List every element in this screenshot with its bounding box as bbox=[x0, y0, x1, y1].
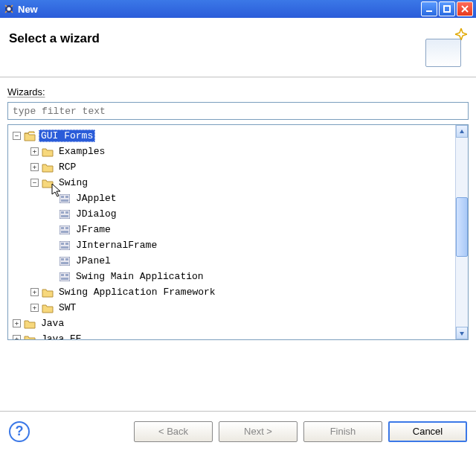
tree-label[interactable]: JDialog bbox=[74, 208, 119, 220]
scroll-track[interactable] bbox=[456, 138, 468, 327]
svg-rect-28 bbox=[65, 274, 68, 276]
svg-rect-29 bbox=[61, 278, 68, 280]
form-icon bbox=[59, 209, 71, 220]
tree-item-jinternalframe: JInternalFrame bbox=[10, 237, 454, 253]
svg-rect-18 bbox=[60, 241, 70, 250]
titlebar[interactable]: New bbox=[0, 0, 476, 18]
svg-rect-25 bbox=[61, 262, 68, 264]
wizard-content: Wizards: − GUI Forms + Examples + bbox=[0, 77, 476, 411]
folder-icon bbox=[42, 287, 54, 298]
svg-rect-23 bbox=[61, 258, 64, 260]
svg-rect-20 bbox=[65, 243, 68, 245]
svg-rect-11 bbox=[61, 211, 64, 214]
svg-rect-19 bbox=[61, 243, 64, 245]
finish-button[interactable]: Finish bbox=[303, 421, 382, 442]
form-icon bbox=[59, 194, 71, 204]
form-icon bbox=[59, 240, 71, 251]
folder-icon bbox=[24, 131, 36, 141]
expand-icon[interactable]: − bbox=[13, 132, 21, 140]
tree-label[interactable]: Examples bbox=[57, 145, 107, 158]
tree-label[interactable]: GUI Forms bbox=[39, 130, 95, 142]
tree-label[interactable]: JApplet bbox=[74, 192, 119, 205]
svg-rect-26 bbox=[60, 272, 70, 281]
back-button[interactable]: < Back bbox=[134, 421, 213, 442]
form-icon bbox=[59, 272, 71, 282]
folder-icon bbox=[42, 303, 54, 313]
tree-item-swing-main-app: Swing Main Application bbox=[10, 269, 454, 284]
tree-item-jdialog: JDialog bbox=[10, 206, 454, 222]
tree-label[interactable]: JFrame bbox=[74, 223, 113, 236]
scroll-up-button[interactable] bbox=[456, 125, 468, 138]
form-icon bbox=[59, 225, 71, 235]
tree-item-swt: + SWT bbox=[10, 300, 454, 316]
svg-rect-16 bbox=[65, 227, 68, 229]
tree-item-java-ee: + Java EE bbox=[10, 331, 454, 339]
wizard-tree[interactable]: − GUI Forms + Examples + RCP − bbox=[7, 124, 469, 340]
tree-item-swing: − Swing bbox=[10, 175, 454, 191]
svg-rect-17 bbox=[61, 231, 68, 233]
svg-rect-10 bbox=[60, 210, 70, 219]
svg-rect-21 bbox=[61, 246, 68, 249]
tree-label[interactable]: Java EE bbox=[39, 333, 84, 339]
svg-rect-13 bbox=[61, 215, 68, 217]
page-title: Select a wizard bbox=[9, 31, 100, 46]
wizard-header: Select a wizard bbox=[0, 18, 476, 77]
svg-rect-15 bbox=[61, 227, 64, 229]
folder-icon bbox=[24, 319, 36, 329]
folder-icon bbox=[42, 162, 54, 173]
tree-label[interactable]: SWT bbox=[57, 301, 78, 314]
folder-icon bbox=[42, 147, 54, 157]
svg-rect-27 bbox=[61, 274, 64, 276]
tree-label[interactable]: Swing Main Application bbox=[74, 270, 206, 283]
svg-rect-14 bbox=[60, 226, 70, 234]
expand-icon[interactable]: + bbox=[30, 163, 39, 171]
tree-label[interactable]: Swing Application Framework bbox=[57, 286, 218, 298]
wizard-footer: ? < Back Next > Finish Cancel bbox=[0, 411, 476, 451]
svg-rect-8 bbox=[65, 196, 68, 198]
vertical-scrollbar[interactable] bbox=[455, 125, 468, 339]
tree-item-rcp: + RCP bbox=[10, 159, 454, 175]
tree-item-java: + Java bbox=[10, 316, 454, 331]
folder-icon bbox=[24, 334, 36, 340]
svg-rect-12 bbox=[65, 211, 68, 214]
tree-item-gui-forms: − GUI Forms bbox=[10, 128, 454, 144]
svg-rect-7 bbox=[61, 196, 64, 198]
wizards-label: Wizards: bbox=[7, 86, 469, 97]
maximize-button[interactable] bbox=[439, 1, 455, 16]
filter-input[interactable] bbox=[7, 102, 469, 120]
svg-point-1 bbox=[7, 7, 11, 11]
close-button[interactable] bbox=[457, 1, 473, 16]
tree-item-examples: + Examples bbox=[10, 144, 454, 159]
svg-rect-9 bbox=[61, 199, 68, 202]
scroll-down-button[interactable] bbox=[456, 327, 468, 339]
expand-icon[interactable]: − bbox=[30, 179, 39, 187]
form-icon bbox=[59, 256, 71, 266]
svg-rect-6 bbox=[60, 194, 70, 203]
tree-label[interactable]: JInternalFrame bbox=[74, 239, 159, 252]
expand-icon[interactable]: + bbox=[13, 319, 21, 327]
svg-rect-24 bbox=[65, 258, 68, 260]
tree-label[interactable]: JPanel bbox=[74, 255, 113, 267]
svg-rect-22 bbox=[60, 257, 70, 266]
cancel-button[interactable]: Cancel bbox=[388, 421, 467, 442]
tree-label[interactable]: Swing bbox=[57, 176, 90, 189]
app-icon bbox=[3, 3, 15, 15]
minimize-button[interactable] bbox=[421, 1, 437, 16]
tree-item-japplet: JApplet bbox=[10, 191, 454, 206]
expand-icon[interactable]: + bbox=[13, 335, 21, 339]
next-button[interactable]: Next > bbox=[219, 421, 298, 442]
svg-rect-3 bbox=[444, 6, 450, 12]
window-title: New bbox=[18, 4, 421, 15]
scroll-thumb[interactable] bbox=[456, 197, 468, 257]
tree-item-jpanel: JPanel bbox=[10, 253, 454, 269]
expand-icon[interactable]: + bbox=[30, 147, 39, 156]
expand-icon[interactable]: + bbox=[30, 288, 39, 296]
tree-label[interactable]: RCP bbox=[57, 161, 78, 173]
folder-icon bbox=[42, 178, 54, 188]
tree-item-swing-app-framework: + Swing Application Framework bbox=[10, 284, 454, 300]
help-button[interactable]: ? bbox=[9, 421, 30, 442]
tree-item-jframe: JFrame bbox=[10, 222, 454, 237]
tree-label[interactable]: Java bbox=[39, 317, 66, 330]
wizard-banner-image bbox=[422, 31, 464, 68]
expand-icon[interactable]: + bbox=[30, 304, 39, 312]
